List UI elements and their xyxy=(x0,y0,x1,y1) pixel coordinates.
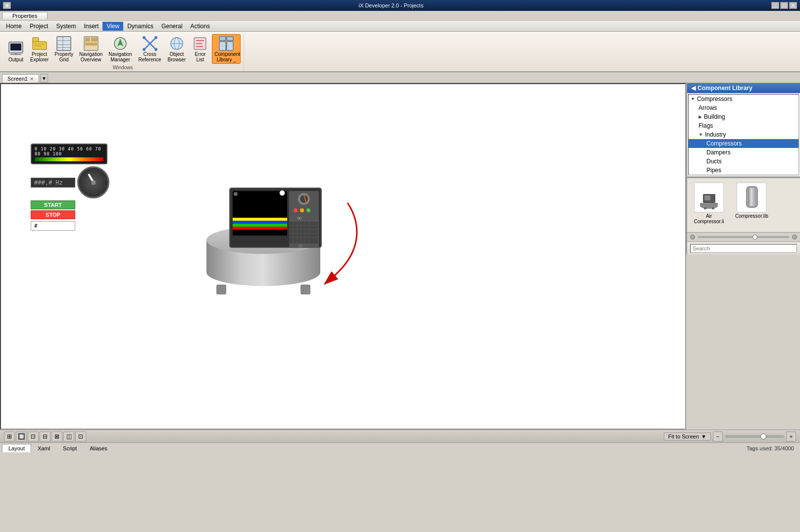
tab-aliases[interactable]: Aliases xyxy=(83,444,113,453)
menu-project[interactable]: Project xyxy=(26,22,52,31)
object-browser-label: ObjectBrowser xyxy=(168,51,186,62)
project-explorer-label: ProjectExplorer xyxy=(30,51,49,62)
tree-item-arrows[interactable]: Arrows xyxy=(689,103,799,112)
svg-point-67 xyxy=(299,244,302,248)
ribbon-btn-nav-manager[interactable]: NavigationManager xyxy=(106,34,134,64)
tree-item-compressors-root[interactable]: ▼ Compressors xyxy=(689,95,799,103)
app-title: iX Developer 2.0 - Projects xyxy=(11,2,771,8)
air-compressor-thumb[interactable]: Air Compressor.li xyxy=(689,180,729,227)
menu-view[interactable]: View xyxy=(102,22,123,31)
tab-layout[interactable]: Layout xyxy=(2,444,31,452)
ribbon-btn-nav-overview[interactable]: NavigationOverview xyxy=(77,34,105,64)
ribbon-btn-property-grid[interactable]: PropertyGrid xyxy=(52,34,76,64)
ribbon-btn-project-explorer[interactable]: ProjectExplorer xyxy=(28,34,51,64)
status-icon-align[interactable]: ⊟ xyxy=(40,432,50,441)
zoom-slider-thumb[interactable] xyxy=(760,434,766,439)
ribbon-group-windows: Output ProjectExplorer PropertyGrid xyxy=(2,34,244,71)
search-input[interactable] xyxy=(690,244,797,253)
svg-point-55 xyxy=(306,208,310,212)
ribbon-btn-cross-reference[interactable]: Cross Reference xyxy=(136,34,164,64)
output-label: Output xyxy=(8,57,23,62)
menu-home[interactable]: Home xyxy=(2,22,26,31)
dampers-label: Dampers xyxy=(706,149,731,156)
dial-gauge xyxy=(77,166,109,198)
pipes-label: Pipes xyxy=(706,167,721,174)
menu-system[interactable]: System xyxy=(52,22,80,31)
lib-zoom-slider[interactable] xyxy=(698,236,789,238)
status-icon-grid[interactable]: ⊞ xyxy=(4,432,15,441)
ribbon-btn-output[interactable]: Output xyxy=(5,40,27,64)
stop-button[interactable]: STOP xyxy=(31,210,75,219)
status-icon-layer[interactable]: ◫ xyxy=(63,432,74,441)
status-bar: ⊞ 🔲 ⊡ ⊟ ⊠ ◫ ⊡ Fit to Screen ▼ − + xyxy=(0,430,800,442)
status-icon-extra[interactable]: ⊡ xyxy=(75,432,86,441)
flags-label: Flags xyxy=(699,122,713,129)
close-button[interactable]: ✕ xyxy=(789,2,797,9)
svg-rect-14 xyxy=(85,38,90,42)
zoom-plus-icon[interactable] xyxy=(792,235,797,240)
zoom-in-button[interactable]: + xyxy=(786,432,796,441)
comp-lib-collapse-icon[interactable]: ◀ xyxy=(691,85,696,92)
tree-item-dampers[interactable]: Dampers xyxy=(689,148,799,157)
svg-rect-46 xyxy=(233,218,287,221)
tree-item-building[interactable]: ▶ Building xyxy=(689,112,799,121)
screen1-tab-close[interactable]: ✕ xyxy=(30,76,34,82)
svg-rect-1 xyxy=(10,44,21,50)
cross-reference-label: Cross Reference xyxy=(138,51,162,62)
menu-dynamics[interactable]: Dynamics xyxy=(123,22,157,31)
svg-point-47 xyxy=(234,192,238,196)
maximize-button[interactable]: □ xyxy=(780,2,788,9)
menu-general[interactable]: General xyxy=(157,22,187,31)
screen1-tab[interactable]: Screen1 ✕ xyxy=(2,74,39,83)
svg-rect-40 xyxy=(300,285,310,294)
tab-script[interactable]: Script xyxy=(56,444,83,453)
fit-to-screen-dropdown[interactable]: Fit to Screen ▼ xyxy=(664,433,711,440)
ribbon-btn-object-browser[interactable]: ObjectBrowser xyxy=(165,34,189,64)
component-library-panel: ◀ Component Library ▼ Compressors Arrows… xyxy=(686,83,800,254)
status-icon-nav[interactable]: 🔲 xyxy=(16,432,27,441)
svg-rect-70 xyxy=(704,195,710,200)
zoom-minus-icon[interactable] xyxy=(690,235,695,240)
compressors-label: Compressors xyxy=(706,140,742,147)
status-icons: ⊞ 🔲 ⊡ ⊟ ⊠ ◫ ⊡ xyxy=(4,432,86,441)
minimize-button[interactable]: _ xyxy=(771,2,779,9)
tree-item-compressors[interactable]: Compressors xyxy=(689,139,799,148)
compressor-img xyxy=(737,183,766,212)
tree-item-industry[interactable]: ▼ Industry xyxy=(689,130,799,139)
tree-item-ducts[interactable]: Ducts xyxy=(689,157,799,166)
ribbon-btn-error-list[interactable]: ErrorList xyxy=(189,34,211,64)
ribbon-btn-component-library[interactable]: ComponentLibrary _ xyxy=(212,34,241,64)
status-icon-view[interactable]: ⊠ xyxy=(51,432,62,441)
industry-label: Industry xyxy=(705,131,726,138)
properties-tab[interactable]: Properties xyxy=(2,12,48,19)
svg-point-23 xyxy=(143,48,146,51)
ducts-label: Ducts xyxy=(706,158,722,165)
svg-rect-33 xyxy=(227,42,233,50)
canvas-area: 0 10 20 30 40 50 60 70 80 90 100 ###,# H… xyxy=(1,84,685,429)
start-button[interactable]: START xyxy=(31,200,75,209)
menu-actions[interactable]: Actions xyxy=(187,22,214,31)
tab-dropdown[interactable]: ▼ xyxy=(40,74,48,83)
zoom-out-button[interactable]: − xyxy=(713,432,723,441)
comp-lib-tree[interactable]: ▼ Compressors Arrows ▶ Building Flags ▼ … xyxy=(688,94,799,175)
menu-bar: Home Project System Insert View Dynamics… xyxy=(0,21,800,32)
svg-rect-8 xyxy=(57,37,71,50)
nav-manager-label: NavigationManager xyxy=(108,51,132,62)
svg-rect-43 xyxy=(233,227,287,230)
tree-item-pipes[interactable]: Pipes xyxy=(689,166,799,175)
svg-point-54 xyxy=(300,208,304,212)
lib-zoom-thumb[interactable] xyxy=(752,235,757,240)
tree-item-flags[interactable]: Flags xyxy=(689,121,799,130)
canvas-container[interactable]: 0 10 20 30 40 50 60 70 80 90 100 ###,# H… xyxy=(0,83,686,430)
status-icon-snap[interactable]: ⊡ xyxy=(28,432,39,441)
svg-rect-57 xyxy=(289,222,318,243)
zoom-slider[interactable] xyxy=(725,435,784,438)
svg-rect-72 xyxy=(700,203,718,206)
compressor-label: Compressor.lib xyxy=(735,213,768,219)
compressor-thumb[interactable]: Compressor.lib xyxy=(733,180,771,221)
tab-xaml[interactable]: Xaml xyxy=(31,444,56,453)
screen1-tab-label: Screen1 xyxy=(7,76,28,82)
svg-rect-35 xyxy=(227,37,233,41)
svg-rect-45 xyxy=(233,221,287,224)
menu-insert[interactable]: Insert xyxy=(80,22,102,31)
